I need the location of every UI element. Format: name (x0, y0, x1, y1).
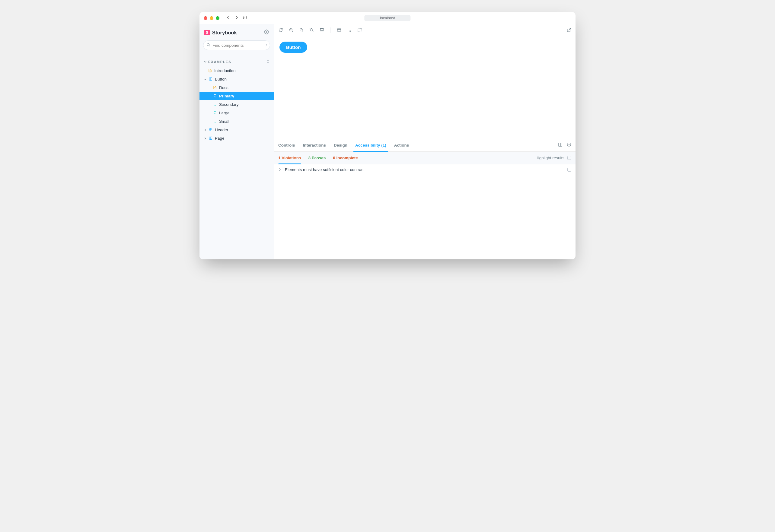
svg-point-0 (266, 31, 267, 33)
chevron-right-icon (204, 136, 206, 141)
svg-point-19 (350, 31, 351, 32)
svg-rect-9 (320, 29, 323, 30)
sidebar-item-label: Page (215, 136, 224, 141)
document-icon (213, 85, 217, 90)
sidebar-item-page[interactable]: Page (199, 134, 274, 142)
sidebar-item-primary[interactable]: Primary (199, 92, 274, 100)
svg-point-18 (349, 31, 349, 32)
sidebar-item-header[interactable]: Header (199, 125, 274, 134)
sidebar-item-docs[interactable]: Docs (199, 83, 274, 92)
component-icon (208, 77, 213, 81)
zoom-in-icon[interactable] (288, 28, 293, 33)
svg-point-13 (350, 28, 351, 29)
outline-icon[interactable] (357, 28, 362, 33)
subtab-incomplete[interactable]: 0 Incomplete (333, 152, 358, 164)
section-title: EXAMPLES (208, 60, 231, 64)
component-icon (208, 136, 213, 140)
bookmark-icon (213, 102, 217, 106)
sidebar-item-label: Button (215, 77, 227, 81)
preview-button[interactable]: Button (279, 42, 307, 53)
subtab-violations[interactable]: 1 Violations (278, 152, 301, 164)
maximize-window-icon[interactable] (216, 16, 219, 20)
background-icon[interactable] (336, 28, 341, 33)
search-shortcut-hint: / (266, 43, 267, 47)
search-icon (206, 43, 210, 48)
zoom-reset-icon[interactable] (309, 28, 314, 33)
chevron-right-icon (278, 167, 281, 172)
expand-collapse-icon[interactable] (266, 60, 269, 64)
sidebar-item-small[interactable]: Small (199, 117, 274, 125)
chevron-down-icon (204, 77, 206, 81)
tab-interactions[interactable]: Interactions (303, 139, 326, 151)
sidebar-item-large[interactable]: Large (199, 109, 274, 117)
svg-rect-10 (337, 29, 340, 31)
sidebar-item-label: Large (219, 111, 230, 115)
sidebar-item-label: Docs (219, 85, 228, 90)
addons-panel: Controls Interactions Design Accessibili… (274, 139, 576, 259)
minimize-window-icon[interactable] (210, 16, 213, 20)
address-bar[interactable]: localhost (364, 15, 411, 21)
tab-controls[interactable]: Controls (278, 139, 295, 151)
sidebar-item-label: Small (219, 119, 229, 124)
svg-point-1 (207, 43, 209, 46)
sidebar-item-secondary[interactable]: Secondary (199, 100, 274, 109)
svg-point-12 (349, 28, 349, 29)
svg-rect-21 (559, 143, 562, 146)
tab-accessibility[interactable]: Accessibility (1) (355, 139, 386, 151)
svg-point-16 (350, 30, 351, 30)
document-icon (208, 68, 212, 73)
forward-icon[interactable] (234, 15, 239, 21)
grid-icon[interactable] (347, 28, 351, 33)
svg-point-7 (310, 29, 313, 31)
window-controls (204, 16, 219, 20)
browser-window: localhost S Storybook (199, 12, 576, 259)
tab-actions[interactable]: Actions (394, 139, 409, 151)
close-window-icon[interactable] (204, 16, 207, 20)
sidebar-item-button[interactable]: Button (199, 75, 274, 83)
highlight-results-checkbox[interactable] (567, 156, 571, 160)
highlight-results-label: Highlight results (535, 156, 564, 160)
brand-name: Storybook (212, 30, 237, 36)
bookmark-icon (213, 111, 217, 115)
sidebar-item-label: Secondary (219, 102, 239, 107)
svg-point-17 (348, 31, 348, 32)
tab-design[interactable]: Design (334, 139, 347, 151)
violation-title: Elements must have sufficient color cont… (285, 167, 364, 172)
search-input-wrap[interactable]: / (203, 40, 270, 50)
svg-point-15 (349, 30, 349, 30)
panel-position-icon[interactable] (558, 142, 563, 148)
reload-icon[interactable] (243, 15, 247, 21)
search-input[interactable] (212, 43, 255, 48)
svg-rect-20 (357, 28, 361, 32)
bookmark-icon (213, 94, 217, 98)
sidebar-item-label: Header (215, 128, 228, 132)
sidebar-item-introduction[interactable]: Introduction (199, 66, 274, 75)
canvas-toolbar (274, 24, 576, 36)
titlebar: localhost (199, 12, 576, 24)
storybook-logo-icon: S (204, 30, 210, 35)
toolbar-divider (330, 27, 330, 33)
sidebar-item-label: Primary (219, 94, 234, 98)
viewport-icon[interactable] (319, 28, 324, 33)
bookmark-icon (213, 119, 217, 123)
a11y-violation-row[interactable]: Elements must have sufficient color cont… (274, 164, 576, 175)
zoom-out-icon[interactable] (299, 28, 303, 33)
sidebar-item-label: Introduction (214, 68, 236, 73)
main-panel: Button Controls Interactions Design Acce… (274, 24, 576, 259)
svg-point-11 (348, 28, 348, 29)
sidebar: S Storybook / (199, 24, 274, 259)
back-icon[interactable] (226, 15, 230, 21)
svg-point-14 (348, 30, 348, 30)
sync-icon[interactable] (278, 28, 283, 33)
component-icon (208, 128, 213, 132)
open-new-tab-icon[interactable] (567, 28, 571, 33)
chevron-right-icon (204, 128, 206, 132)
settings-gear-icon[interactable] (264, 30, 269, 36)
violation-checkbox[interactable] (567, 168, 571, 172)
subtab-passes[interactable]: 3 Passes (308, 152, 326, 164)
close-panel-icon[interactable] (567, 142, 571, 148)
chevron-down-icon[interactable] (204, 60, 206, 64)
story-canvas: Button (274, 36, 576, 139)
